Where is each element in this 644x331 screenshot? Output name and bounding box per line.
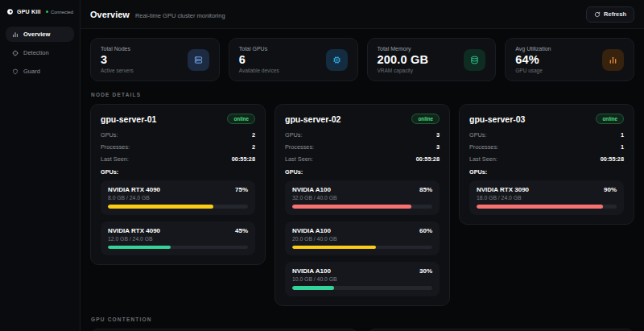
stat-texts: Avg Utilization 64% GPU usage: [515, 46, 551, 73]
gpu-memory: 18.0 GB / 24.0 GB: [477, 195, 617, 201]
gpu-utilization: 75%: [235, 186, 248, 193]
gpu-item-top: NVIDIA A100 85%: [292, 186, 432, 193]
gpu-name: NVIDIA A100: [292, 186, 331, 193]
node-gpus-label: GPUs:: [285, 131, 303, 139]
stat-card: Total Memory 200.0 GB VRAM capacity: [367, 38, 497, 81]
gpu-utilization-bar-track: [292, 205, 432, 209]
gpu-item-top: NVIDIA RTX 4090 75%: [108, 186, 248, 193]
gpu-utilization-bar-fill: [292, 286, 334, 290]
sidebar: GPU Kill Connected Overview Detection Gu…: [0, 0, 80, 331]
node-status-badge: online: [227, 114, 255, 124]
node-gpus-value: 1: [621, 131, 624, 139]
gpu-utilization: 60%: [419, 227, 432, 234]
node-last-seen-row: Last Seen: 00:55:28: [469, 155, 624, 163]
stat-icon-box: [188, 49, 209, 71]
connection-status-label: Connected: [51, 10, 73, 14]
node-card-header: gpu-server-01 online: [101, 114, 255, 124]
node-last-seen-value: 00:55:28: [601, 155, 624, 163]
stat-icon-box: [602, 49, 624, 71]
node-name: gpu-server-03: [469, 114, 525, 124]
node-status-badge: online: [596, 114, 624, 124]
node-card: gpu-server-01 online GPUs: 2 Processes: …: [90, 104, 266, 265]
sidebar-item[interactable]: Guard: [6, 64, 74, 79]
gpu-utilization: 45%: [235, 227, 248, 234]
gpu-name: NVIDIA RTX 4090: [108, 186, 160, 193]
node-processes-value: 1: [621, 143, 624, 151]
gpu-item: NVIDIA A100 30% 10.0 GB / 40.0 GB: [285, 262, 440, 296]
gpu-item-top: NVIDIA RTX 4090 45%: [108, 227, 248, 234]
sidebar-item-icon: [12, 68, 19, 75]
node-processes-row: Processes: 3: [285, 143, 440, 151]
refresh-button[interactable]: Refresh: [586, 6, 634, 23]
stat-value: 6: [239, 53, 279, 66]
stat-texts: Total Memory 200.0 GB VRAM capacity: [378, 46, 429, 73]
stat-icon: [470, 56, 479, 64]
app-brand: GPU Kill: [6, 8, 41, 15]
gpu-item-top: NVIDIA A100 30%: [292, 267, 432, 275]
stat-icon: [194, 56, 203, 64]
node-processes-label: Processes:: [469, 143, 498, 151]
sidebar-item[interactable]: Overview: [6, 27, 74, 42]
stat-title: Avg Utilization: [515, 46, 551, 52]
node-gpus-label: GPUs:: [469, 131, 487, 139]
stat-card: Avg Utilization 64% GPU usage: [505, 38, 634, 81]
gpu-utilization-bar-track: [292, 246, 432, 250]
gpu-memory: 32.0 GB / 40.0 GB: [292, 195, 432, 201]
node-gpus-value: 3: [436, 131, 440, 139]
gpu-item: NVIDIA A100 85% 32.0 GB / 40.0 GB: [285, 180, 440, 215]
node-gpus-row: GPUs: 3: [285, 131, 440, 139]
topbar: Overview Real-time GPU cluster monitorin…: [80, 0, 644, 29]
node-last-seen-label: Last Seen:: [101, 155, 129, 163]
stat-title: Total Nodes: [101, 46, 134, 52]
stat-title: Total GPUs: [239, 46, 279, 52]
stats-row: Total Nodes 3 Active servers Total GPUs …: [90, 38, 634, 81]
sidebar-item-label: Guard: [23, 68, 40, 75]
stat-card: Total Nodes 3 Active servers: [90, 38, 220, 81]
sidebar-item-icon: [12, 50, 19, 56]
node-gpus-value: 2: [252, 131, 255, 139]
stat-texts: Total Nodes 3 Active servers: [101, 46, 134, 73]
node-gpu-list: NVIDIA RTX 4090 75% 8.0 GB / 24.0 GB: [101, 180, 255, 255]
node-card-header: gpu-server-02 online: [285, 114, 440, 124]
node-card: gpu-server-02 online GPUs: 3 Processes: …: [275, 104, 450, 306]
node-last-seen-value: 00:55:28: [416, 155, 440, 163]
gpu-utilization-bar-track: [108, 246, 248, 250]
main-area: Overview Real-time GPU cluster monitorin…: [80, 0, 644, 331]
gpu-item-top: NVIDIA A100 60%: [292, 227, 432, 234]
gpu-name: NVIDIA A100: [292, 267, 331, 275]
node-card: gpu-server-03 online GPUs: 1 Processes: …: [459, 104, 634, 225]
node-processes-label: Processes:: [285, 143, 314, 151]
node-gpus-row: GPUs: 1: [469, 131, 624, 139]
node-gpu-list-label: GPUs:: [469, 168, 624, 176]
node-processes-row: Processes: 1: [469, 143, 624, 151]
node-processes-row: Processes: 2: [101, 143, 255, 151]
node-processes-label: Processes:: [101, 143, 130, 151]
node-name: gpu-server-02: [285, 114, 341, 124]
gpu-memory: 8.0 GB / 24.0 GB: [108, 195, 248, 201]
refresh-button-label: Refresh: [604, 10, 626, 18]
sidebar-item[interactable]: Detection: [6, 45, 74, 60]
node-last-seen-row: Last Seen: 00:55:28: [285, 155, 440, 163]
contention-row: Blocked GPUs NVIDIA RTX 3090 (node-003) …: [90, 329, 634, 331]
connection-status: Connected: [46, 10, 73, 14]
sidebar-item-label: Overview: [23, 31, 50, 38]
node-status-badge: online: [411, 114, 440, 124]
node-last-seen-value: 00:55:28: [232, 155, 255, 163]
gpu-name: NVIDIA RTX 3090: [477, 186, 529, 193]
stat-icon: [609, 56, 617, 64]
stat-icon-box: [326, 49, 348, 71]
node-last-seen-row: Last Seen: 00:55:28: [101, 155, 255, 163]
node-gpus-row: GPUs: 2: [101, 131, 255, 139]
sidebar-item-label: Detection: [23, 49, 49, 56]
gpu-memory: 10.0 GB / 40.0 GB: [292, 276, 432, 282]
node-gpus-label: GPUs:: [101, 131, 118, 139]
refresh-icon: [594, 11, 601, 18]
gpu-utilization-bar-track: [477, 205, 617, 209]
stat-subtitle: Active servers: [101, 68, 134, 73]
node-gpu-list: NVIDIA A100 85% 32.0 GB / 40.0 GB: [285, 180, 440, 296]
node-card-header: gpu-server-03 online: [469, 114, 624, 124]
gpu-utilization: 85%: [419, 186, 432, 193]
node-gpu-list-label: GPUs:: [285, 168, 440, 176]
sidebar-nav: Overview Detection Guard: [6, 27, 74, 82]
stat-icon: [332, 56, 341, 64]
